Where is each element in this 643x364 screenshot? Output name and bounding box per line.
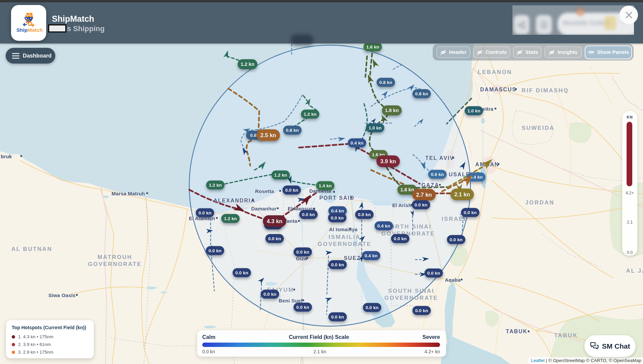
- svg-text:ShipMatch: ShipMatch: [16, 27, 43, 33]
